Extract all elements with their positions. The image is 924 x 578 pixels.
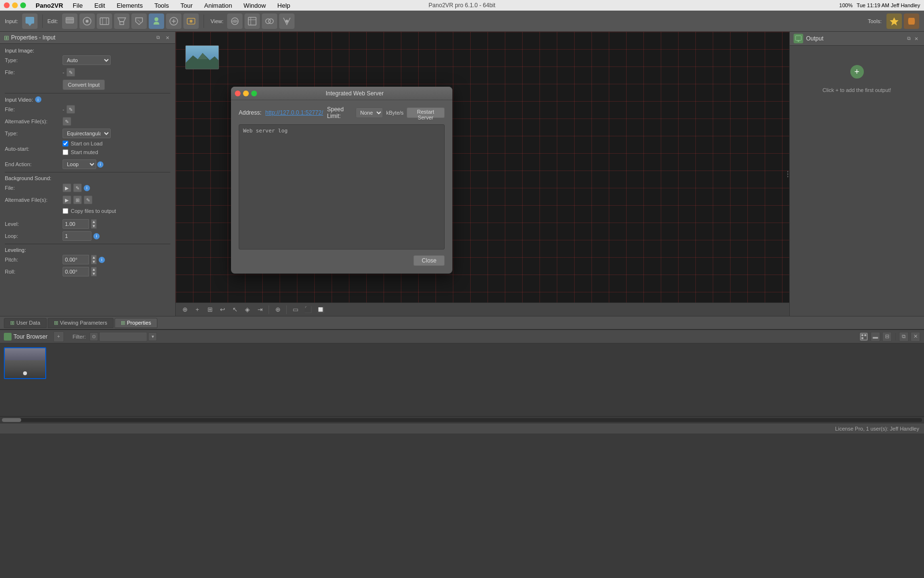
- video-type-select[interactable]: Equirectangular: [63, 129, 111, 138]
- menu-window[interactable]: Window: [242, 2, 268, 9]
- add-output-btn[interactable]: +: [850, 65, 864, 79]
- convert-input-btn[interactable]: Convert Input: [63, 79, 105, 90]
- video-file-browse-btn[interactable]: ✎: [66, 105, 75, 114]
- menu-help[interactable]: Help: [275, 2, 292, 9]
- tab-user-data[interactable]: ⊞ User Data: [4, 318, 47, 328]
- panel-restore-btn[interactable]: ⧉: [154, 34, 162, 41]
- output-panel-close-btn[interactable]: ✕: [912, 35, 920, 42]
- edit-btn-1[interactable]: [62, 13, 77, 29]
- tools-btn-1[interactable]: [886, 13, 902, 29]
- maximize-window-btn[interactable]: [20, 2, 26, 8]
- zoom-btn-1[interactable]: [859, 332, 869, 342]
- level-input[interactable]: [63, 219, 89, 229]
- canvas-tool-nav[interactable]: ⇥: [255, 304, 265, 315]
- menu-tools[interactable]: Tools: [153, 2, 171, 9]
- menu-edit[interactable]: Edit: [92, 2, 107, 9]
- menu-tour[interactable]: Tour: [179, 2, 194, 9]
- filter-dropdown[interactable]: ▾: [148, 332, 157, 341]
- filter-icon[interactable]: ⊙: [90, 332, 98, 341]
- canvas-tool-cursor[interactable]: ↖: [230, 304, 240, 315]
- edit-btn-3[interactable]: [97, 13, 112, 29]
- start-on-load-checkbox[interactable]: [63, 141, 68, 146]
- bg-alt-edit-btn[interactable]: ⊞: [73, 196, 82, 204]
- address-link[interactable]: http://127.0.0.1:52772/: [265, 109, 323, 116]
- loop-label: Loop:: [5, 233, 63, 239]
- canvas-tool-add[interactable]: +: [192, 304, 203, 315]
- pitch-info-icon[interactable]: i: [99, 257, 105, 263]
- bg-file-info[interactable]: i: [84, 185, 90, 191]
- dialog-footer: Close: [239, 255, 445, 266]
- menu-animation[interactable]: Animation: [202, 2, 234, 9]
- edit-btn-2[interactable]: [79, 13, 95, 29]
- edit-btn-7[interactable]: [166, 13, 181, 29]
- copy-files-checkbox[interactable]: [63, 208, 68, 214]
- dialog-minimize-btn[interactable]: [243, 91, 249, 96]
- web-server-dialog[interactable]: Integrated Web Server Address: http://12…: [231, 87, 452, 274]
- menu-elements[interactable]: Elements: [115, 2, 144, 9]
- dialog-close-btn[interactable]: [235, 91, 241, 96]
- view-btn-2[interactable]: [244, 13, 260, 29]
- loop-input[interactable]: [63, 231, 91, 241]
- menu-file[interactable]: File: [71, 2, 85, 9]
- canvas-tool-target[interactable]: ⊕: [272, 304, 283, 315]
- start-muted-checkbox[interactable]: [63, 149, 68, 155]
- edit-btn-4[interactable]: [114, 13, 129, 29]
- scrollbar-thumb[interactable]: [2, 418, 21, 422]
- canvas-tool-skin[interactable]: 🔲: [315, 304, 326, 315]
- close-window-btn[interactable]: [4, 2, 10, 8]
- tour-browser-add-btn[interactable]: +: [53, 331, 64, 342]
- minimize-window-btn[interactable]: [12, 2, 18, 8]
- bg-browse-btn[interactable]: ✎: [73, 184, 82, 192]
- input-thumbnail[interactable]: [185, 45, 219, 69]
- bg-alt-play-btn[interactable]: ▶: [63, 196, 71, 204]
- view-btn-3[interactable]: [262, 13, 277, 29]
- type-select[interactable]: Auto: [63, 55, 111, 65]
- edit-btn-5[interactable]: [131, 13, 147, 29]
- tour-browser-header: Tour Browser + Filter: ⊙ ▾ ▬ ⊟ ⧉ ✕: [0, 330, 924, 343]
- dialog-zoom-btn[interactable]: [251, 91, 257, 96]
- loop-value: i: [63, 231, 170, 241]
- canvas-tool-undo[interactable]: ↩: [217, 304, 228, 315]
- canvas-tool-rect[interactable]: ▭: [290, 304, 301, 315]
- tour-close-btn[interactable]: ✕: [911, 332, 920, 342]
- panel-header-icon: ⊞: [4, 34, 9, 41]
- canvas-tool-crosshair[interactable]: ⊕: [180, 304, 190, 315]
- edit-btn-8[interactable]: [183, 13, 199, 29]
- pitch-input[interactable]: [63, 255, 89, 264]
- edit-btn-6[interactable]: [149, 13, 164, 29]
- canvas-tool-hotspot[interactable]: ◈: [242, 304, 253, 315]
- bg-play-btn[interactable]: ▶: [63, 184, 71, 192]
- end-action-select[interactable]: Loop: [63, 159, 96, 169]
- view-btn-4[interactable]: [279, 13, 295, 29]
- canvas-tool-filled[interactable]: ⬛: [303, 304, 313, 315]
- tour-restore-btn[interactable]: ⧉: [899, 332, 909, 342]
- tab-properties[interactable]: ⊞ Properties: [115, 318, 157, 328]
- zoom-btn-2[interactable]: ▬: [871, 332, 880, 342]
- view-btn-1[interactable]: [227, 13, 243, 29]
- video-alt-browse-btn[interactable]: ✎: [63, 117, 71, 126]
- expand-btn[interactable]: ⊟: [882, 332, 892, 342]
- restart-server-btn[interactable]: Restart Server: [407, 107, 445, 118]
- file-browse-btn[interactable]: ✎: [66, 68, 75, 77]
- input-video-info-icon[interactable]: i: [35, 96, 41, 103]
- roll-input[interactable]: [63, 267, 89, 276]
- dialog-close-btn-bottom[interactable]: Close: [413, 255, 445, 266]
- bg-alt-browse-btn[interactable]: ✎: [84, 196, 92, 204]
- tools-btn-2[interactable]: [904, 13, 919, 29]
- filter-input[interactable]: [99, 332, 147, 342]
- loop-info-icon[interactable]: i: [93, 233, 100, 239]
- level-spin-btn[interactable]: ▲▼: [91, 219, 97, 229]
- input-add-btn[interactable]: [22, 13, 38, 29]
- speed-limit-select[interactable]: None: [356, 107, 383, 118]
- scrollbar-track[interactable]: [2, 418, 922, 422]
- roll-spin-btn[interactable]: ▲▼: [91, 267, 97, 276]
- tab-viewing-params[interactable]: ⊞ Viewing Parameters: [48, 318, 114, 328]
- canvas-resize-handle[interactable]: [786, 164, 789, 184]
- pitch-spin-btn[interactable]: ▲▼: [91, 255, 97, 264]
- end-action-info-icon[interactable]: i: [97, 161, 103, 168]
- canvas-tool-grid[interactable]: ⊞: [205, 304, 215, 315]
- tour-item-1[interactable]: [4, 347, 46, 379]
- output-panel-restore-btn[interactable]: ⧉: [905, 35, 912, 42]
- divider-1: [5, 93, 170, 93]
- panel-close-btn[interactable]: ✕: [164, 34, 171, 41]
